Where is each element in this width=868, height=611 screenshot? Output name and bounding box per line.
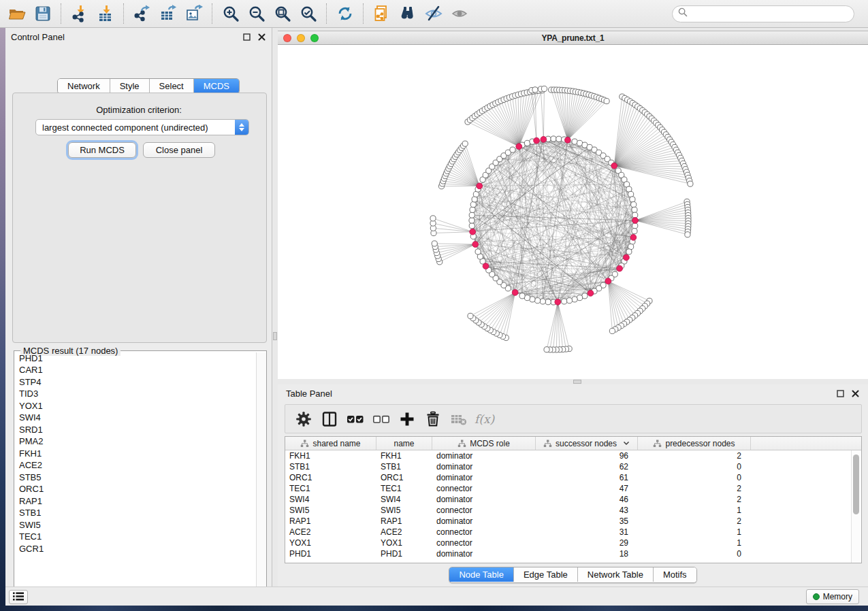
- mcds-node[interactable]: [470, 229, 476, 235]
- network-view[interactable]: [278, 45, 868, 379]
- table-row[interactable]: YOX1YOX1connector291: [285, 538, 861, 548]
- vertical-splitter-handle[interactable]: [273, 332, 277, 340]
- cell-name[interactable]: ORC1: [376, 472, 432, 483]
- cell-name[interactable]: FKH1: [376, 450, 432, 461]
- network-node[interactable]: [632, 212, 638, 218]
- mcds-result-item[interactable]: STB1: [15, 508, 255, 520]
- network-graph[interactable]: [278, 45, 868, 379]
- network-node[interactable]: [688, 181, 693, 186]
- table-settings-gear-icon[interactable]: [293, 409, 314, 429]
- table-scrollbar-thumb[interactable]: [853, 455, 859, 514]
- mcds-result-item[interactable]: RAP1: [15, 495, 255, 508]
- cell-shared-name[interactable]: SWI5: [285, 505, 376, 516]
- cell-successor-nodes[interactable]: 31: [536, 527, 638, 538]
- network-node[interactable]: [432, 241, 437, 246]
- import-table-icon[interactable]: [94, 2, 117, 25]
- column-header-MCDS-role[interactable]: MCDS role: [432, 437, 536, 450]
- mcds-result-item[interactable]: PHD1: [15, 352, 255, 365]
- network-titlebar[interactable]: YPA_prune.txt_1: [278, 31, 868, 45]
- cell-MCDS-role[interactable]: connector: [432, 538, 536, 548]
- network-node[interactable]: [544, 347, 549, 352]
- control-panel-close-icon[interactable]: [257, 33, 266, 42]
- cell-predecessor-nodes[interactable]: 1: [638, 538, 751, 548]
- vertical-splitter[interactable]: [272, 28, 278, 587]
- mcds-node[interactable]: [541, 136, 547, 142]
- cell-shared-name[interactable]: SWI4: [285, 494, 376, 505]
- mcds-node[interactable]: [512, 290, 518, 296]
- tab-network-table[interactable]: Network Table: [578, 567, 654, 582]
- export-network-icon[interactable]: [131, 2, 154, 25]
- cell-predecessor-nodes[interactable]: 0: [638, 461, 751, 472]
- table-panel-float-icon[interactable]: [836, 389, 845, 398]
- network-node[interactable]: [540, 299, 545, 304]
- tab-mcds[interactable]: MCDS: [194, 79, 239, 93]
- export-image-icon[interactable]: [182, 2, 206, 25]
- network-node[interactable]: [566, 298, 572, 303]
- close-panel-button[interactable]: Close panel: [143, 142, 215, 158]
- network-node[interactable]: [510, 147, 515, 152]
- cell-shared-name[interactable]: ORC1: [285, 472, 376, 483]
- cell-predecessor-nodes[interactable]: 1: [638, 505, 751, 516]
- network-node[interactable]: [519, 293, 525, 299]
- network-node[interactable]: [562, 299, 567, 304]
- cell-shared-name[interactable]: TEC1: [285, 483, 376, 494]
- network-node[interactable]: [469, 212, 475, 218]
- cell-name[interactable]: ACE2: [376, 527, 432, 538]
- optimization-criterion-select[interactable]: largest connected component (undirected): [35, 119, 249, 135]
- column-header-successor-nodes[interactable]: successor nodes: [536, 437, 638, 450]
- mcds-node[interactable]: [564, 137, 570, 143]
- cell-predecessor-nodes[interactable]: 2: [638, 450, 751, 461]
- cell-shared-name[interactable]: STB1: [285, 461, 376, 472]
- mcds-result-item[interactable]: STP4: [15, 376, 255, 389]
- mcds-result-item[interactable]: CAR1: [15, 365, 255, 377]
- cell-successor-nodes[interactable]: 18: [536, 548, 638, 559]
- add-column-icon[interactable]: [397, 409, 417, 429]
- mcds-node[interactable]: [472, 242, 479, 248]
- mcds-result-item[interactable]: SRD1: [15, 424, 255, 436]
- table-row[interactable]: ACE2ACE2connector311: [285, 527, 861, 538]
- network-node[interactable]: [541, 86, 547, 91]
- network-node[interactable]: [532, 87, 538, 93]
- cell-shared-name[interactable]: FKH1: [285, 450, 376, 461]
- cell-predecessor-nodes[interactable]: 2: [638, 483, 751, 494]
- network-node[interactable]: [631, 201, 637, 207]
- column-header-shared-name[interactable]: shared name: [285, 437, 376, 450]
- cell-MCDS-role[interactable]: dominator: [432, 494, 536, 505]
- tab-motifs[interactable]: Motifs: [654, 567, 696, 582]
- network-node[interactable]: [632, 223, 638, 229]
- table-row[interactable]: RAP1RAP1dominator352: [285, 516, 861, 527]
- horizontal-splitter-handle[interactable]: [573, 380, 581, 384]
- memory-button[interactable]: Memory: [806, 589, 859, 604]
- mcds-node[interactable]: [588, 291, 594, 297]
- show-columns-icon[interactable]: [319, 409, 340, 429]
- mcds-node[interactable]: [605, 278, 611, 284]
- network-node[interactable]: [469, 218, 475, 223]
- network-node[interactable]: [534, 298, 540, 303]
- network-node[interactable]: [472, 197, 477, 202]
- zoom-out-icon[interactable]: [245, 2, 268, 25]
- column-header-predecessor-nodes[interactable]: predecessor nodes: [638, 437, 751, 450]
- cell-MCDS-role[interactable]: dominator: [432, 516, 536, 527]
- cell-name[interactable]: STB1: [376, 461, 432, 472]
- mcds-result-item[interactable]: GCR1: [15, 543, 255, 555]
- cell-MCDS-role[interactable]: dominator: [432, 461, 536, 472]
- delete-column-icon[interactable]: [423, 409, 443, 429]
- table-panel-close-icon[interactable]: [851, 389, 860, 398]
- mcds-result-item[interactable]: TEC1: [15, 531, 255, 544]
- export-table-icon[interactable]: [157, 2, 180, 25]
- network-node[interactable]: [470, 207, 475, 212]
- table-row[interactable]: TEC1TEC1connector472: [285, 483, 861, 494]
- mcds-result-item[interactable]: TID3: [15, 389, 255, 401]
- mcds-result-item[interactable]: PMA2: [15, 436, 255, 448]
- network-node[interactable]: [468, 313, 473, 318]
- network-node[interactable]: [572, 297, 577, 302]
- hide-eye-icon[interactable]: [422, 2, 445, 25]
- zoom-fit-icon[interactable]: [271, 2, 294, 25]
- cell-successor-nodes[interactable]: 61: [536, 472, 638, 483]
- cell-predecessor-nodes[interactable]: 0: [638, 548, 751, 559]
- tab-select[interactable]: Select: [150, 79, 194, 93]
- column-header-name[interactable]: name: [376, 437, 432, 450]
- cell-successor-nodes[interactable]: 43: [536, 505, 638, 516]
- mcds-result-scrollbar[interactable]: [256, 352, 266, 596]
- cell-shared-name[interactable]: RAP1: [285, 516, 376, 527]
